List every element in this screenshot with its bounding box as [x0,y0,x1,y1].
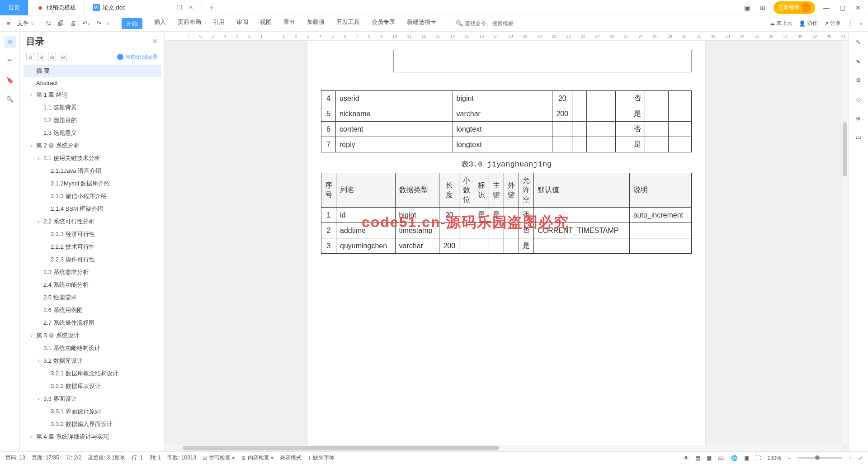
sb-contentcheck[interactable]: 🗎内容检查 ▾ [241,454,274,462]
toc-item[interactable]: ∨第 2 章 系统分析 [24,139,161,152]
toc-item[interactable]: 2.1.3 微信小程序介绍 [24,190,161,203]
toc-item[interactable]: ∨第 3 章 系统设计 [24,329,161,342]
sb-compat[interactable]: 兼容模式 [280,454,302,462]
toc-item[interactable]: 3.1 系统功能结构设计 [24,342,161,355]
view-read-icon[interactable]: 📖 [718,455,725,461]
toc-item[interactable]: ∨3.2 数据库设计 [24,355,161,367]
toc-item[interactable]: 2.1.4 SSM 框架介绍 [24,203,161,215]
ribbon-tab-view[interactable]: 视图 [260,18,272,29]
ribbon-tab-reference[interactable]: 引用 [213,18,225,29]
toc-item[interactable]: Abstract [24,77,161,89]
fit-icon[interactable]: ⛶ [755,455,761,461]
toc-item[interactable]: 2.1.2Mysql 数据库介绍 [24,177,161,190]
toc-item[interactable]: 2.2.1 经济可行性 [24,228,161,241]
ribbon-tab-start[interactable]: 开始 [122,18,142,29]
minimize-button[interactable]: — [821,4,831,11]
popout-icon[interactable]: ❐ [177,4,182,11]
ribbon-tab-layout[interactable]: 页面布局 [178,18,201,29]
outline-icon[interactable]: ▤ [4,36,16,48]
toc-item[interactable]: 2.3 系统需求分析 [24,266,161,279]
toc-item[interactable]: 3.3.1 界面设计原则 [24,405,161,418]
tab-document[interactable]: W 论文.doc ❐ ✕ [85,0,202,15]
sb-spellcheck[interactable]: ☑拼写检查 ▾ [203,454,235,462]
toc-item[interactable]: ∨2.1 使用关键技术分析 [24,152,161,165]
search-panel-icon[interactable]: 🔍 [4,93,16,105]
view-outline-icon[interactable]: ▦ [707,455,712,461]
ribbon-tab-member[interactable]: 会员专享 [372,18,395,29]
toc-item[interactable]: 3.2.1 数据库概念结构设计 [24,367,161,380]
sb-pagenum[interactable]: 页码: 13 [5,454,25,462]
toc-item[interactable]: ∨2.2 系统可行性分析 [24,215,161,228]
zoom-level[interactable]: 130% [767,455,781,461]
redo-icon[interactable]: ↷ [95,20,103,27]
view-web-icon[interactable]: 🌐 [731,455,738,461]
toc-item[interactable]: 2.2.2 技术可行性 [24,241,161,253]
edit-icon[interactable]: ✎ [853,36,864,48]
close-panel-icon[interactable]: ✕ [152,37,158,46]
apps-icon[interactable]: ⊞ [758,4,767,11]
horizontal-scrollbar[interactable] [165,445,842,451]
toc-item[interactable]: 1.1 选题背景 [24,101,161,114]
toc-expand-minus[interactable]: ⊟ [59,53,67,61]
tab-home[interactable]: 首页 [0,0,28,15]
zoom-slider[interactable] [797,457,842,459]
toc-item[interactable]: 2.6 系统用例图 [24,304,161,317]
toc-expand-plus[interactable]: ⊞ [48,53,56,61]
view-normal-icon[interactable]: ▤ [695,455,700,461]
toc-item[interactable]: 1.3 选题意义 [24,127,161,139]
fullscreen-icon[interactable]: ⤢ [858,455,863,461]
sb-setting[interactable]: 设置值: 3.1厘米 [88,454,125,462]
toc-item[interactable]: 2.4 系统功能分析 [24,279,161,291]
ribbon-tab-new[interactable]: 新建选项卡 [407,18,436,29]
shape-icon[interactable]: ◇ [853,93,864,105]
command-search[interactable]: 🔍 [449,20,528,27]
toc-item[interactable]: 2.5 性能需求 [24,291,161,304]
toc-item[interactable]: ∨第 4 章 系统详细设计与实现 [24,431,161,443]
tab-docer[interactable]: ◆ 找稻壳模板 [28,0,85,15]
print-icon[interactable]: 🖨 [69,20,77,27]
toc-item[interactable]: ∨第 1 章 绪论 [24,89,161,101]
horizontal-ruler[interactable]: 7654321123456789101112131415161718192021… [165,32,848,41]
close-window-button[interactable]: ✕ [854,4,863,11]
toc-expand-up[interactable]: ⊟ [37,53,45,61]
ribbon-tab-dev[interactable]: 开发工具 [336,18,360,29]
cloud-status[interactable]: ☁未上云 [769,19,793,27]
eye-icon[interactable]: 👁 [684,455,689,461]
vertical-scrollbar[interactable] [842,41,848,444]
print-preview-icon[interactable]: 🗐 [57,20,65,27]
zoom-out-button[interactable]: − [788,455,791,461]
ribbon-tab-review[interactable]: 审阅 [236,18,248,29]
toc-item[interactable]: 摘 要 [24,65,161,77]
toc-collapse-all[interactable]: ⊡ [26,53,34,61]
toc-item[interactable]: 3.3.2 数据输入界面设计 [24,418,161,431]
attachment-icon[interactable]: 🗀 [4,55,16,67]
toc-item[interactable]: 1.2 选题目的 [24,114,161,127]
related-icon[interactable]: ⊕ [853,112,864,124]
zoom-in-button[interactable]: + [849,455,852,461]
ribbon-tab-insert[interactable]: 插入 [154,18,166,29]
ribbon-tab-addin[interactable]: 加载项 [307,18,325,29]
file-menu[interactable]: 文件∨ [15,19,36,28]
more-icon[interactable]: ⋮ [847,20,853,27]
layout-icon[interactable]: ▣ [742,4,752,11]
maximize-button[interactable]: ▢ [838,4,847,11]
ribbon-tab-chapter[interactable]: 章节 [283,18,295,29]
sb-section[interactable]: 节: 2/2 [66,454,81,462]
search-input[interactable] [465,20,528,27]
more-qat-icon[interactable]: ∨ [107,21,110,26]
hamburger-icon[interactable]: ≡ [5,20,12,27]
toc-item[interactable]: 3.2.2 数据库表设计 [24,380,161,393]
save-icon[interactable]: 🖫 [44,20,53,27]
settings-icon[interactable]: ⚙ [853,74,864,86]
sb-col[interactable]: 列: 1 [150,454,161,462]
select-icon[interactable]: ⬉ [853,55,864,67]
collapse-ribbon-icon[interactable]: ∧ [859,21,863,26]
collab-button[interactable]: 👤协作 [799,19,818,27]
sb-wordcount[interactable]: 字数: 10313 [167,454,196,462]
sb-missingfont[interactable]: T缺失字体 [308,454,334,462]
smart-toc-button[interactable]: 智能识别目录 [117,53,158,61]
toc-item[interactable]: 2.1.1Java 语言介绍 [24,165,161,177]
toc-item[interactable]: 2.2.3 操作可行性 [24,253,161,266]
toc-item[interactable]: 2.7 系统操作流程图 [24,317,161,329]
document-scroll[interactable]: code51.cn-源码乐园盗图必究 4useridbigint20否5nick… [165,41,848,451]
